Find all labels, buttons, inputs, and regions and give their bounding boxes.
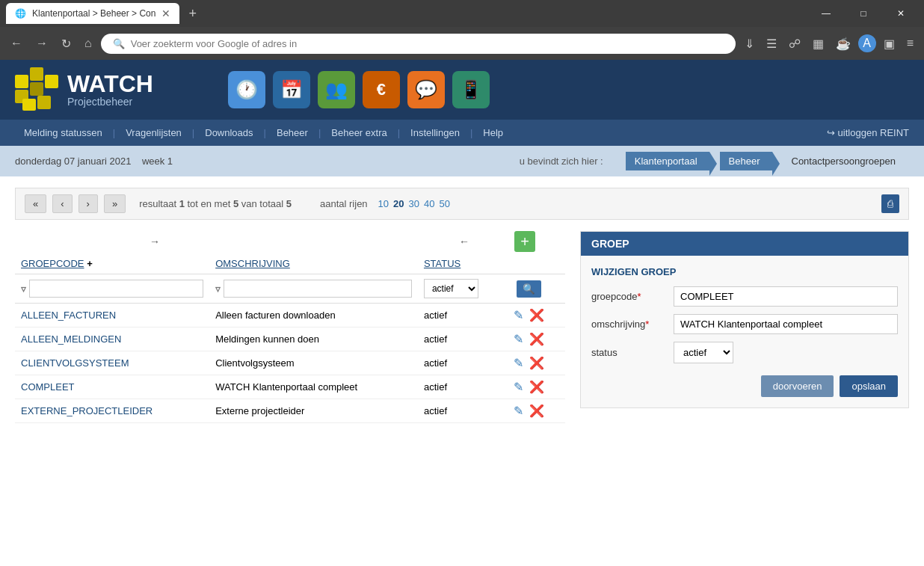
tab-close-button[interactable]: ✕ bbox=[161, 7, 170, 19]
delete-button[interactable]: ❌ bbox=[529, 333, 544, 345]
nav-beheer-extra[interactable]: Beheer extra bbox=[322, 120, 395, 146]
invoice-app-icon[interactable]: € bbox=[363, 71, 400, 108]
browser-tab[interactable]: 🌐 Klantenportaal > Beheer > Con ✕ bbox=[6, 3, 179, 24]
groepcode-label: groepcode* bbox=[591, 291, 674, 302]
sort-omschrijving[interactable]: OMSCHRIJVING bbox=[215, 258, 290, 269]
browser-toolbar: ← → ↻ ⌂ 🔍 ⇓ ☰ ☍ ▦ ☕ A ▣ ≡ bbox=[0, 27, 924, 60]
col-status: STATUS bbox=[418, 253, 508, 274]
new-tab-button[interactable]: + bbox=[182, 3, 203, 25]
col-groepcode: GROEPCODE + bbox=[15, 253, 209, 274]
doorvoeren-button[interactable]: doorvoeren bbox=[761, 375, 834, 397]
cell-status: actief bbox=[418, 351, 508, 375]
col-expand-right[interactable]: → bbox=[150, 236, 160, 247]
groepcode-link[interactable]: ALLEEN_FACTUREN bbox=[21, 310, 116, 321]
svg-rect-4 bbox=[45, 75, 58, 88]
search-icon: 🔍 bbox=[113, 38, 125, 49]
nav-vragenlijsten[interactable]: Vragenlijsten bbox=[117, 120, 191, 146]
edit-button[interactable]: ✎ bbox=[514, 404, 523, 417]
menu-icon[interactable]: ≡ bbox=[902, 34, 918, 53]
edit-button[interactable]: ✎ bbox=[514, 309, 523, 322]
delete-button[interactable]: ❌ bbox=[529, 381, 544, 393]
cell-omschrijving: Meldingen kunnen doen bbox=[209, 327, 418, 351]
clock-app-icon[interactable]: 🕐 bbox=[228, 71, 265, 108]
table-section: → ← + GROEPCODE + bbox=[15, 231, 565, 423]
delete-button[interactable]: ❌ bbox=[529, 357, 544, 369]
add-record-button[interactable]: + bbox=[514, 231, 535, 252]
omschrijving-input[interactable] bbox=[674, 314, 898, 334]
pagination-bar: « ‹ › » resultaat 1 tot en met 5 van tot… bbox=[15, 188, 909, 220]
first-page-button[interactable]: « bbox=[25, 194, 46, 213]
nav-instellingen[interactable]: Instellingen bbox=[401, 120, 469, 146]
calendar-app-icon[interactable]: 📅 bbox=[273, 71, 310, 108]
edit-button[interactable]: ✎ bbox=[514, 357, 523, 369]
status-select[interactable]: actief inactief bbox=[674, 342, 733, 363]
account-icon[interactable]: A bbox=[858, 34, 876, 52]
col-expand-left[interactable]: ← bbox=[459, 236, 469, 247]
table-row: ALLEEN_FACTUREN Alleen facturen download… bbox=[15, 304, 565, 327]
form-panel-body: WIJZIGEN GROEP groepcode* omschrijving* bbox=[581, 256, 908, 407]
reload-button[interactable]: ↻ bbox=[57, 34, 76, 54]
search-button[interactable]: 🔍 bbox=[517, 280, 541, 298]
qr-icon[interactable]: ▦ bbox=[808, 34, 828, 54]
opslaan-button[interactable]: opslaan bbox=[840, 375, 898, 397]
logo-cubes bbox=[15, 67, 60, 112]
minimize-button[interactable]: — bbox=[809, 2, 843, 25]
sort-status[interactable]: STATUS bbox=[424, 258, 461, 269]
rows-10[interactable]: 10 bbox=[378, 198, 389, 209]
reader-icon[interactable]: ☍ bbox=[784, 34, 805, 54]
svg-rect-1 bbox=[15, 75, 28, 88]
rows-options: 10 20 30 40 50 bbox=[378, 198, 450, 209]
cell-omschrijving: Clientvolgsysteem bbox=[209, 351, 418, 375]
delete-button[interactable]: ❌ bbox=[529, 404, 544, 417]
nav-help[interactable]: Help bbox=[474, 120, 512, 146]
logo-watch: WATCH bbox=[67, 72, 153, 96]
main-content: « ‹ › » resultaat 1 tot en met 5 van tot… bbox=[0, 176, 924, 434]
logout-button[interactable]: ↪ uitloggen REINT bbox=[827, 127, 909, 138]
next-page-button[interactable]: › bbox=[78, 194, 98, 213]
close-button[interactable]: ✕ bbox=[884, 2, 918, 25]
groepcode-row: groepcode* bbox=[591, 286, 898, 307]
breadcrumb-klantenportaal[interactable]: Klantenportaal bbox=[626, 152, 709, 170]
app-header: WATCH Projectbeheer 🕐 📅 👥 € 💬 📱 bbox=[0, 60, 924, 120]
groepcode-input[interactable] bbox=[674, 286, 898, 307]
groepcode-link[interactable]: ALLEEN_MELDINGEN bbox=[21, 333, 121, 345]
rows-30[interactable]: 30 bbox=[409, 198, 419, 209]
shield-icon[interactable]: ☕ bbox=[831, 34, 855, 54]
edit-button[interactable]: ✎ bbox=[514, 333, 523, 345]
back-button[interactable]: ← bbox=[6, 34, 27, 53]
users-app-icon[interactable]: 👥 bbox=[318, 71, 355, 108]
filter-omschrijving-input[interactable] bbox=[224, 280, 412, 298]
edit-button[interactable]: ✎ bbox=[514, 381, 523, 393]
extensions-icon[interactable]: ▣ bbox=[879, 34, 899, 54]
filter-groepcode-input[interactable] bbox=[29, 280, 203, 298]
export-button[interactable]: ⎙ bbox=[881, 194, 899, 213]
forward-button[interactable]: → bbox=[31, 34, 52, 53]
mobile-app-icon[interactable]: 📱 bbox=[452, 71, 490, 108]
chat-app-icon[interactable]: 💬 bbox=[407, 71, 445, 108]
groepcode-link[interactable]: COMPLEET bbox=[21, 381, 75, 393]
last-page-button[interactable]: » bbox=[104, 194, 126, 213]
rows-20[interactable]: 20 bbox=[393, 198, 404, 209]
library-icon[interactable]: ☰ bbox=[762, 34, 781, 54]
header-app-icons: 🕐 📅 👥 € 💬 📱 bbox=[228, 71, 490, 108]
maximize-button[interactable]: □ bbox=[846, 2, 881, 25]
filter-status-select[interactable]: actief inactief bbox=[424, 279, 478, 298]
address-input[interactable] bbox=[131, 38, 724, 49]
address-bar[interactable]: 🔍 bbox=[101, 34, 736, 54]
breadcrumb-beheer[interactable]: Beheer bbox=[720, 152, 772, 170]
groepcode-link[interactable]: EXTERNE_PROJECTLEIDER bbox=[21, 405, 153, 416]
rows-40[interactable]: 40 bbox=[424, 198, 434, 209]
groepcode-link[interactable]: CLIENTVOLGSYSTEEM bbox=[21, 357, 129, 369]
table-row: ALLEEN_MELDINGEN Meldingen kunnen doen a… bbox=[15, 327, 565, 351]
download-icon[interactable]: ⇓ bbox=[740, 34, 759, 54]
nav-beheer[interactable]: Beheer bbox=[268, 120, 317, 146]
sort-groepcode[interactable]: GROEPCODE bbox=[21, 258, 84, 269]
rows-50[interactable]: 50 bbox=[439, 198, 449, 209]
prev-page-button[interactable]: ‹ bbox=[52, 194, 72, 213]
svg-rect-2 bbox=[30, 82, 43, 96]
nav-melding-statussen[interactable]: Melding statussen bbox=[15, 120, 111, 146]
filter-groepcode-cell: ▿ bbox=[15, 274, 209, 304]
home-button[interactable]: ⌂ bbox=[80, 34, 96, 53]
nav-downloads[interactable]: Downloads bbox=[196, 120, 262, 146]
delete-button[interactable]: ❌ bbox=[529, 309, 544, 322]
